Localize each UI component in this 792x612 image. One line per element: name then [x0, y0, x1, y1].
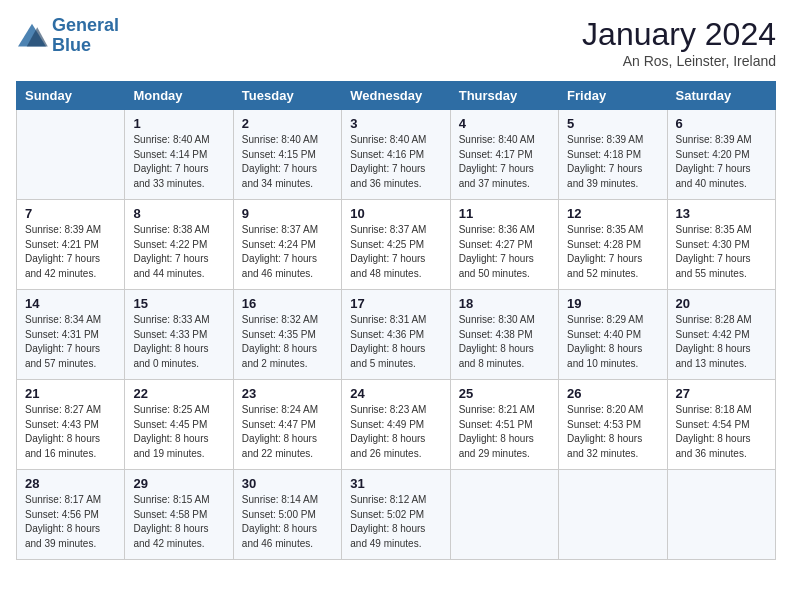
col-sunday: Sunday [17, 82, 125, 110]
table-row: 17Sunrise: 8:31 AMSunset: 4:36 PMDayligh… [342, 290, 450, 380]
day-info: Sunrise: 8:23 AMSunset: 4:49 PMDaylight:… [350, 403, 441, 461]
day-info: Sunrise: 8:33 AMSunset: 4:33 PMDaylight:… [133, 313, 224, 371]
day-info: Sunrise: 8:40 AMSunset: 4:16 PMDaylight:… [350, 133, 441, 191]
col-tuesday: Tuesday [233, 82, 341, 110]
table-row: 11Sunrise: 8:36 AMSunset: 4:27 PMDayligh… [450, 200, 558, 290]
day-info: Sunrise: 8:38 AMSunset: 4:22 PMDaylight:… [133, 223, 224, 281]
col-thursday: Thursday [450, 82, 558, 110]
day-info: Sunrise: 8:17 AMSunset: 4:56 PMDaylight:… [25, 493, 116, 551]
table-row [17, 110, 125, 200]
day-number: 20 [676, 296, 767, 311]
day-number: 24 [350, 386, 441, 401]
day-number: 15 [133, 296, 224, 311]
day-number: 26 [567, 386, 658, 401]
day-info: Sunrise: 8:21 AMSunset: 4:51 PMDaylight:… [459, 403, 550, 461]
day-number: 6 [676, 116, 767, 131]
calendar-title: January 2024 [582, 16, 776, 53]
table-row: 1Sunrise: 8:40 AMSunset: 4:14 PMDaylight… [125, 110, 233, 200]
table-row: 10Sunrise: 8:37 AMSunset: 4:25 PMDayligh… [342, 200, 450, 290]
table-row: 25Sunrise: 8:21 AMSunset: 4:51 PMDayligh… [450, 380, 558, 470]
col-friday: Friday [559, 82, 667, 110]
day-info: Sunrise: 8:32 AMSunset: 4:35 PMDaylight:… [242, 313, 333, 371]
day-number: 10 [350, 206, 441, 221]
col-saturday: Saturday [667, 82, 775, 110]
table-row: 2Sunrise: 8:40 AMSunset: 4:15 PMDaylight… [233, 110, 341, 200]
day-number: 7 [25, 206, 116, 221]
table-row: 15Sunrise: 8:33 AMSunset: 4:33 PMDayligh… [125, 290, 233, 380]
day-number: 21 [25, 386, 116, 401]
day-info: Sunrise: 8:34 AMSunset: 4:31 PMDaylight:… [25, 313, 116, 371]
day-info: Sunrise: 8:36 AMSunset: 4:27 PMDaylight:… [459, 223, 550, 281]
day-number: 1 [133, 116, 224, 131]
day-number: 31 [350, 476, 441, 491]
table-row: 26Sunrise: 8:20 AMSunset: 4:53 PMDayligh… [559, 380, 667, 470]
calendar-week-row: 7Sunrise: 8:39 AMSunset: 4:21 PMDaylight… [17, 200, 776, 290]
table-row: 14Sunrise: 8:34 AMSunset: 4:31 PMDayligh… [17, 290, 125, 380]
table-row: 18Sunrise: 8:30 AMSunset: 4:38 PMDayligh… [450, 290, 558, 380]
table-row: 5Sunrise: 8:39 AMSunset: 4:18 PMDaylight… [559, 110, 667, 200]
table-row: 28Sunrise: 8:17 AMSunset: 4:56 PMDayligh… [17, 470, 125, 560]
day-number: 16 [242, 296, 333, 311]
day-info: Sunrise: 8:15 AMSunset: 4:58 PMDaylight:… [133, 493, 224, 551]
logo-text: General Blue [52, 16, 119, 56]
title-block: January 2024 An Ros, Leinster, Ireland [582, 16, 776, 69]
day-info: Sunrise: 8:30 AMSunset: 4:38 PMDaylight:… [459, 313, 550, 371]
day-info: Sunrise: 8:37 AMSunset: 4:25 PMDaylight:… [350, 223, 441, 281]
day-info: Sunrise: 8:39 AMSunset: 4:18 PMDaylight:… [567, 133, 658, 191]
day-info: Sunrise: 8:12 AMSunset: 5:02 PMDaylight:… [350, 493, 441, 551]
day-info: Sunrise: 8:27 AMSunset: 4:43 PMDaylight:… [25, 403, 116, 461]
day-number: 30 [242, 476, 333, 491]
table-row: 7Sunrise: 8:39 AMSunset: 4:21 PMDaylight… [17, 200, 125, 290]
calendar-week-row: 28Sunrise: 8:17 AMSunset: 4:56 PMDayligh… [17, 470, 776, 560]
day-number: 11 [459, 206, 550, 221]
table-row: 29Sunrise: 8:15 AMSunset: 4:58 PMDayligh… [125, 470, 233, 560]
table-row [667, 470, 775, 560]
table-row: 23Sunrise: 8:24 AMSunset: 4:47 PMDayligh… [233, 380, 341, 470]
day-number: 9 [242, 206, 333, 221]
table-row: 20Sunrise: 8:28 AMSunset: 4:42 PMDayligh… [667, 290, 775, 380]
day-info: Sunrise: 8:40 AMSunset: 4:14 PMDaylight:… [133, 133, 224, 191]
day-number: 29 [133, 476, 224, 491]
day-number: 18 [459, 296, 550, 311]
day-info: Sunrise: 8:35 AMSunset: 4:28 PMDaylight:… [567, 223, 658, 281]
calendar-header-row: Sunday Monday Tuesday Wednesday Thursday… [17, 82, 776, 110]
table-row: 12Sunrise: 8:35 AMSunset: 4:28 PMDayligh… [559, 200, 667, 290]
page-header: General Blue January 2024 An Ros, Leinst… [16, 16, 776, 69]
table-row [559, 470, 667, 560]
table-row [450, 470, 558, 560]
calendar-week-row: 21Sunrise: 8:27 AMSunset: 4:43 PMDayligh… [17, 380, 776, 470]
day-info: Sunrise: 8:20 AMSunset: 4:53 PMDaylight:… [567, 403, 658, 461]
day-info: Sunrise: 8:40 AMSunset: 4:15 PMDaylight:… [242, 133, 333, 191]
day-number: 27 [676, 386, 767, 401]
day-info: Sunrise: 8:31 AMSunset: 4:36 PMDaylight:… [350, 313, 441, 371]
table-row: 30Sunrise: 8:14 AMSunset: 5:00 PMDayligh… [233, 470, 341, 560]
day-info: Sunrise: 8:39 AMSunset: 4:21 PMDaylight:… [25, 223, 116, 281]
table-row: 27Sunrise: 8:18 AMSunset: 4:54 PMDayligh… [667, 380, 775, 470]
day-info: Sunrise: 8:29 AMSunset: 4:40 PMDaylight:… [567, 313, 658, 371]
day-number: 28 [25, 476, 116, 491]
table-row: 4Sunrise: 8:40 AMSunset: 4:17 PMDaylight… [450, 110, 558, 200]
day-number: 23 [242, 386, 333, 401]
col-wednesday: Wednesday [342, 82, 450, 110]
table-row: 9Sunrise: 8:37 AMSunset: 4:24 PMDaylight… [233, 200, 341, 290]
day-number: 22 [133, 386, 224, 401]
day-info: Sunrise: 8:35 AMSunset: 4:30 PMDaylight:… [676, 223, 767, 281]
day-number: 14 [25, 296, 116, 311]
day-number: 2 [242, 116, 333, 131]
calendar-week-row: 1Sunrise: 8:40 AMSunset: 4:14 PMDaylight… [17, 110, 776, 200]
logo: General Blue [16, 16, 119, 56]
day-number: 5 [567, 116, 658, 131]
table-row: 31Sunrise: 8:12 AMSunset: 5:02 PMDayligh… [342, 470, 450, 560]
day-number: 17 [350, 296, 441, 311]
calendar-week-row: 14Sunrise: 8:34 AMSunset: 4:31 PMDayligh… [17, 290, 776, 380]
day-number: 4 [459, 116, 550, 131]
day-number: 19 [567, 296, 658, 311]
day-number: 25 [459, 386, 550, 401]
day-info: Sunrise: 8:28 AMSunset: 4:42 PMDaylight:… [676, 313, 767, 371]
col-monday: Monday [125, 82, 233, 110]
logo-icon [16, 22, 48, 50]
table-row: 8Sunrise: 8:38 AMSunset: 4:22 PMDaylight… [125, 200, 233, 290]
table-row: 24Sunrise: 8:23 AMSunset: 4:49 PMDayligh… [342, 380, 450, 470]
day-info: Sunrise: 8:25 AMSunset: 4:45 PMDaylight:… [133, 403, 224, 461]
day-number: 3 [350, 116, 441, 131]
